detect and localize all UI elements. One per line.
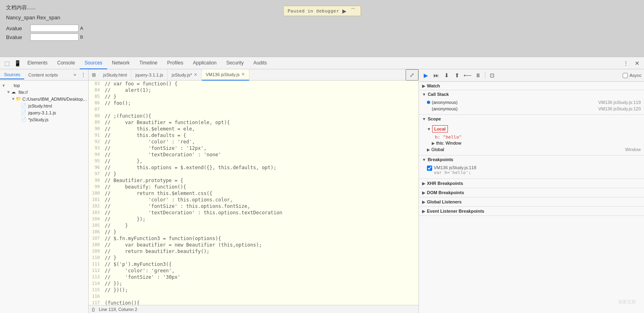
code-line-115: 115// })(); [89,287,418,293]
tab-audits[interactable]: Audits [248,57,271,69]
sources-tab-more[interactable]: » [71,70,79,79]
tab-elements[interactable]: Elements [23,57,52,69]
code-line-102: 102// 'fontSize' : this.options.fontSize… [89,203,418,209]
resume-button[interactable]: ▶ [342,8,347,14]
watch-arrow: ▶ [422,84,425,88]
code-content[interactable]: 83// var foo = function() { 84// alert(1… [89,81,418,305]
tab-sources[interactable]: Sources [80,57,107,69]
label-jquery: jquery-3.1.1.js [28,110,56,115]
dom-arrow: ▶ [422,191,425,195]
scope-global[interactable]: ▶ Global Window [427,146,641,153]
code-panel-expand-btn[interactable]: ⤢ [406,69,418,81]
dbg-stepover-btn[interactable]: ⏭ [432,71,441,80]
code-tab-js-close[interactable]: ✕ [194,72,197,77]
tab-security[interactable]: Security [222,57,248,69]
tree-item-jsstudy-html[interactable]: 📄 jsStudy.html [0,102,88,109]
tab-application[interactable]: Application [188,57,222,69]
code-line-95: 95// }, [89,158,418,164]
paused-banner: Paused in debugger ▶ ⌒ [283,6,361,16]
dom-breakpoints-header[interactable]: ▶ DOM Breakpoints [419,188,644,197]
global-listeners-header[interactable]: ▶ Global Listeners [419,197,644,206]
code-tab-vm136-label: VM136 jsStudy.js [206,72,240,77]
code-line-91: 91// this.defaults = { [89,132,418,139]
callstack-header[interactable]: ▼ Call Stack [419,90,644,98]
code-line-112: 112// 'color': 'green', [89,267,418,274]
tab-timeline[interactable]: Timeline [135,57,162,69]
xhr-breakpoints-header[interactable]: ▶ XHR Breakpoints [419,179,644,188]
dbg-stepinto-btn[interactable]: ⬇ [442,71,451,80]
tab-profiles[interactable]: Profiles [162,57,188,69]
input-b-letter: B [80,35,83,39]
tree-item-top[interactable]: ▼ top [0,82,88,89]
callstack-item-1[interactable]: (anonymous) VM136 jsStudy.js:120 [427,106,641,112]
code-line-103: 103// 'textDecoration' : this.options.te… [89,209,418,216]
breakpoints-arrow: ▼ [422,158,426,162]
breakpoints-header[interactable]: ▼ Breakpoints [419,155,644,164]
scope-local-toggle[interactable]: ▼ Local [427,124,641,134]
tab-console[interactable]: Console [52,57,80,69]
devtools-close-icon[interactable]: ✕ [632,58,642,68]
code-tab-vm136[interactable]: VM136 jsStudy.js ✕ [202,69,249,81]
code-tab-jsstudy-html[interactable]: jsStudy.html [99,69,131,81]
devtools-device-icon[interactable]: 📱 [12,58,23,68]
arrow-folder: ▼ [11,97,16,101]
tree-item-jquery[interactable]: 📄 jquery-3.1.1.js [0,109,88,116]
code-line-101: 101// 'color' : this.options.color, [89,197,418,203]
code-tab-html-label: jsStudy.html [103,73,127,77]
step-button[interactable]: ⌒ [350,7,356,15]
arrow-top: ▼ [2,83,6,88]
callstack-label-1: (anonymous) [432,106,458,111]
tab-network[interactable]: Network [107,57,135,69]
callstack-item-0[interactable]: (anonymous) VM136 jsStudy.js:119 [427,99,641,106]
dbg-stepout-btn[interactable]: ⬆ [453,71,462,80]
sources-tab-content[interactable]: Content scripts [24,71,62,79]
icon-html: 📄 [21,103,27,108]
tree-item-file[interactable]: ▼ ☁ file:// [0,89,88,95]
dbg-resume-btn[interactable]: ▶ [421,71,430,80]
dbg-pause-btn[interactable]: ⏸ [474,71,482,80]
paused-text: Paused in debugger [288,8,339,14]
code-tab-jsstudy-js[interactable]: jsStudy.js* ✕ [168,69,202,81]
code-tabs: ⊞ jsStudy.html jquery-3.1.1.js jsStudy.j… [89,69,418,81]
devtools-more-icon[interactable]: ⋮ [621,58,631,68]
scope-header[interactable]: ▼ Scope [419,115,644,123]
async-label: Async [630,73,642,78]
scope-this-label: this: Window [436,141,461,145]
callstack-label-0: (anonymous) [432,100,458,105]
code-tab-expand-btn[interactable]: ⊞ [89,70,99,80]
input-b-label: Bvalue [6,34,30,40]
breakpoint-checkbox-0[interactable] [427,166,432,171]
watch-section-header[interactable]: ▶ Watch [419,82,644,90]
event-listener-header[interactable]: ▶ Event Listener Breakpoints [419,207,644,216]
global-listeners-label: Global Listeners [427,199,462,204]
icon-jquery: 📄 [21,110,27,115]
scope-arrow: ▼ [422,117,426,121]
input-b-field[interactable] [30,33,79,41]
async-checkbox[interactable] [623,73,628,78]
dbg-blackbox-btn[interactable]: ⊡ [488,71,497,80]
devtools-tabs-bar: ⬚ 📱 Elements Console Sources Network Tim… [0,57,644,69]
tree-item-folder[interactable]: ▼ 📁 C:/Users/IBM_ADMIN/Desktop... [0,95,88,102]
code-line-86: 86// foo(); [89,100,418,106]
code-tab-vm136-close[interactable]: ✕ [241,72,245,77]
breakpoints-label: Breakpoints [428,157,453,162]
scope-this-arrow: ▶ [432,141,435,145]
sources-menu-btn[interactable]: ⋮ [79,70,88,79]
code-line-110: 110// } [89,255,418,261]
code-line-97: 97// } [89,171,418,177]
scope-local-box: Local [432,125,448,133]
scope-local-h[interactable]: h: "hello" [427,134,641,140]
input-a-field[interactable] [30,25,79,32]
code-line-96: 96// this.options = $.extend({}, this.de… [89,164,418,171]
code-tab-jquery[interactable]: jquery-3.1.1.js [131,69,168,81]
input-a-letter: A [80,26,83,31]
dbg-deactivate-btn[interactable]: ⟵ [463,71,472,80]
devtools-inspect-icon[interactable]: ⬚ [2,58,12,68]
code-line-111: 111// $('p').myFunction3({ [89,261,418,267]
scope-this[interactable]: ▶ this: Window [427,140,641,146]
tree-item-jsstudy-js[interactable]: 📄 *jsStudy.js [0,116,88,123]
code-line-116: 116 [89,293,418,300]
callstack-dot-0 [427,101,430,104]
scope-global-value: Window [625,147,641,152]
sources-tab-sources[interactable]: Sources [0,70,24,79]
